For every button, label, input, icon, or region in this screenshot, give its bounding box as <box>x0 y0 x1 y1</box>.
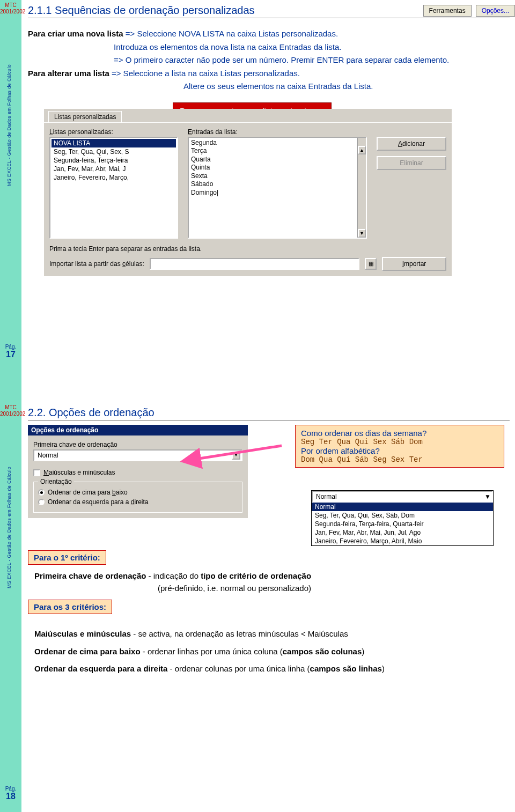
arrow-icon <box>193 443 284 466</box>
maiusculas-checkbox[interactable] <box>33 469 40 476</box>
text: - se activa, na ordenação as letras minú… <box>131 629 348 638</box>
dropdown-option[interactable]: Janeiro, Fevereiro, Março, Abril, Maio <box>312 537 493 545</box>
combo-value: Normal <box>316 493 337 500</box>
dropdown-option[interactable]: Normal <box>312 503 493 511</box>
page-label: Pág. <box>0 344 21 350</box>
ordenar-cima-label: Ordenar de cima para baixo <box>48 489 128 496</box>
text: ) <box>362 647 364 656</box>
callout-1-criterio: Para o 1º critério: <box>28 550 106 565</box>
para-alterar-bold: Para alterar uma lista <box>28 69 109 78</box>
para-alterar-rest: => Seleccione a lista na caixa Listas pe… <box>109 69 300 78</box>
dropdown-option[interactable]: Seg, Ter, Qua, Qui, Sex, Sáb, Dom <box>312 511 493 520</box>
label-listas: Listas personalizadas: <box>49 128 178 136</box>
chevron-down-icon[interactable]: ▼ <box>484 493 491 500</box>
body-esq-dir: Ordenar da esquerda para a direita - ord… <box>34 663 502 675</box>
mtc-year: 2001/2002 <box>0 411 21 417</box>
label-entradas-text: ntradas da lista: <box>192 128 238 136</box>
list-item[interactable]: Janeiro, Fevereiro, Março, <box>52 173 176 182</box>
mtc-label: MTC 2001/2002 <box>0 402 21 417</box>
text-bold: Ordenar da esquerda para a direita <box>34 664 167 673</box>
scrollbar[interactable]: ▲ ▼ <box>357 138 366 238</box>
side-vertical-text: MS EXCEL - Gestão de Dados em Folhas de … <box>6 467 12 588</box>
orientacao-legend: Orientação <box>38 478 74 485</box>
para-altere: Altere os seus elementos na caixa Entrad… <box>28 80 509 93</box>
ob-l3: Por ordem alfabética? <box>301 446 498 455</box>
listas-listbox[interactable]: NOVA LISTA Seg, Ter, Qua, Qui, Sex, S Se… <box>49 137 178 239</box>
sidebar: MTC 2001/2002 MS EXCEL - Gestão de Dados… <box>0 402 21 812</box>
body-maiusculas: Maiúsculas e minúsculas - se activa, na … <box>34 628 502 640</box>
como-ordenar-box: Como ordenar os dias da semana? Seg Ter … <box>295 425 504 468</box>
page-number: Pág. 17 <box>0 344 21 359</box>
opcoes-ordenacao-dialog: Opções de ordenação Primeira chave de or… <box>28 425 248 518</box>
hint-text: Prima a tecla Enter para separar as entr… <box>49 245 446 253</box>
mtc: MTC <box>0 2 21 9</box>
page-label: Pág. <box>0 786 21 792</box>
importar-button[interactable]: Importar <box>382 257 446 271</box>
text-bold: campos são linhas <box>310 664 382 673</box>
orientacao-group: Orientação Ordenar de cima para baixo Or… <box>33 482 242 513</box>
callout-3-criterios: Para os 3 critérios: <box>28 600 112 614</box>
para-criar: Para criar uma nova lista => Seleccione … <box>28 28 509 40</box>
btn-import-text: mportar <box>404 260 426 268</box>
section-title: 2.1.1 Sequências de ordenação personaliz… <box>28 4 419 17</box>
dialog-titlebar: Opções de ordenação <box>28 425 248 435</box>
scroll-up-icon[interactable]: ▲ <box>358 146 366 154</box>
text: - ordenar linhas por uma única coluna ( <box>141 647 283 656</box>
para-alterar: Para alterar uma lista => Seleccione a l… <box>28 68 509 80</box>
section-title: 2.2. Opções de ordenação <box>28 407 515 419</box>
chave-dropdown-expanded[interactable]: Normal ▼ Normal Seg, Ter, Qua, Qui, Sex,… <box>311 490 494 546</box>
ordenar-esquerda-radio[interactable] <box>38 499 45 505</box>
opcoes-menu[interactable]: Opções... <box>476 5 515 17</box>
page-number: Pág. 18 <box>0 786 21 801</box>
ob-l4: Dom Qua Qui Sáb Seg Sex Ter <box>301 455 498 464</box>
eliminar-button: Eliminar <box>377 156 446 170</box>
adicionar-button[interactable]: Adicionar <box>377 137 446 151</box>
scroll-down-icon[interactable]: ▼ <box>358 229 366 238</box>
sidebar: MTC 2001/2002 MS EXCEL - Gestão de Dados… <box>0 0 21 402</box>
dropdown-option[interactable]: Jan, Fev, Mar, Abr, Mai, Jun, Jul, Ago <box>312 528 493 537</box>
listas-dialog: Listas personalizadas Listas personaliza… <box>44 109 452 276</box>
text-bold: campos são colunas <box>283 647 362 656</box>
text-sub: (pré-definido, i.e. normal ou personaliz… <box>34 582 311 595</box>
svg-line-1 <box>196 446 282 459</box>
page-num: 17 <box>0 350 21 359</box>
text-bold: tipo de critério de ordenação <box>201 571 311 580</box>
text: ) <box>382 664 385 673</box>
para-criar-bold: Para criar uma nova lista <box>28 29 123 38</box>
ordenar-cima-radio[interactable] <box>38 489 45 496</box>
page-num: 18 <box>0 792 21 801</box>
label-listas-text: istas personalizadas: <box>53 128 113 136</box>
dialog-tab[interactable]: Listas personalizadas <box>48 111 122 122</box>
maiusculas-label: Maiúsculas e minúsculas <box>43 469 115 476</box>
combo-value: Normal <box>38 452 58 459</box>
mtc-label: MTC 2001/2002 <box>0 0 21 15</box>
text-bold: Maiúsculas e minúsculas <box>34 629 131 638</box>
side-vertical-text: MS EXCEL - Gestão de Dados em Folhas de … <box>6 64 12 186</box>
entradas-textarea[interactable]: Segunda Terça Quarta Quinta Sexta Sábado… <box>188 137 367 239</box>
para-criar-rest: => Seleccione NOVA LISTA na caixa Listas… <box>123 29 339 38</box>
list-item[interactable]: Jan, Fev, Mar, Abr, Mai, J <box>52 165 176 173</box>
mtc: MTC <box>0 404 21 411</box>
para-primeiro: => O primeiro caracter não pode ser um n… <box>28 54 509 67</box>
dropdown-option[interactable]: Segunda-feira, Terça-feira, Quarta-feir <box>312 520 493 528</box>
mtc-year: 2001/2002 <box>0 9 21 15</box>
list-item[interactable]: Segunda-feira, Terça-feira <box>52 156 176 165</box>
text-bold: Ordenar de cima para baixo <box>34 647 141 656</box>
list-item[interactable]: NOVA LISTA <box>52 139 176 147</box>
import-label: Importar lista a partir das células: <box>49 260 144 268</box>
import-input[interactable] <box>150 258 359 270</box>
btn-add-text: dicionar <box>402 140 425 147</box>
text-bold: Primeira chave de ordenação <box>34 571 146 580</box>
para-introduza: Introduza os elementos da nova lista na … <box>28 41 509 54</box>
label-entradas: Entradas da lista: <box>188 128 367 136</box>
ob-l1: Como ordenar os dias da semana? <box>301 429 498 438</box>
body-cima-baixo: Ordenar de cima para baixo - ordenar lin… <box>34 646 502 658</box>
ferramentas-menu[interactable]: Ferramentas <box>423 5 472 17</box>
range-picker-icon[interactable]: ▦ <box>365 258 377 270</box>
body-primeira-chave: Primeira chave de ordenação - indicação … <box>34 570 502 594</box>
text: - indicação do <box>146 571 201 580</box>
ordenar-esquerda-label: Ordenar da esquerda para a direita <box>48 498 148 506</box>
list-item[interactable]: Seg, Ter, Qua, Qui, Sex, S <box>52 147 176 156</box>
text: - ordenar colunas por uma única linha ( <box>167 664 310 673</box>
ob-l2: Seg Ter Qua Qui Sex Sáb Dom <box>301 438 498 446</box>
